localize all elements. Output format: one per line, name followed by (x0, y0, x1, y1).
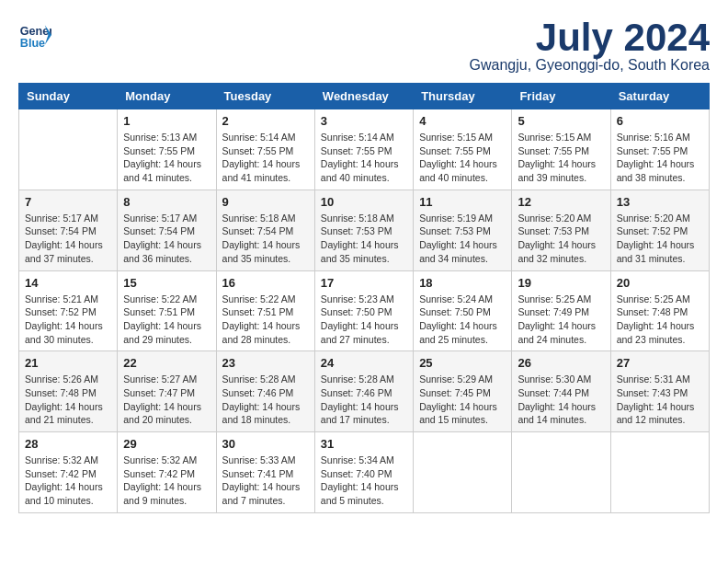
calendar-cell: 27Sunrise: 5:31 AM Sunset: 7:43 PM Dayli… (610, 351, 709, 432)
day-info: Sunrise: 5:21 AM Sunset: 7:52 PM Dayligh… (25, 293, 111, 347)
day-info: Sunrise: 5:27 AM Sunset: 7:47 PM Dayligh… (123, 373, 210, 427)
calendar-cell: 23Sunrise: 5:28 AM Sunset: 7:46 PM Dayli… (216, 351, 314, 432)
day-number: 11 (419, 195, 506, 209)
day-number: 9 (222, 195, 309, 209)
header-cell-wednesday: Wednesday (314, 84, 413, 109)
header-row: SundayMondayTuesdayWednesdayThursdayFrid… (19, 84, 710, 109)
day-number: 28 (25, 437, 111, 451)
day-info: Sunrise: 5:29 AM Sunset: 7:45 PM Dayligh… (419, 373, 506, 427)
day-info: Sunrise: 5:25 AM Sunset: 7:48 PM Dayligh… (617, 293, 703, 347)
calendar-cell: 28Sunrise: 5:32 AM Sunset: 7:42 PM Dayli… (19, 432, 118, 513)
calendar-cell (610, 432, 709, 513)
calendar-cell: 4Sunrise: 5:15 AM Sunset: 7:55 PM Daylig… (414, 109, 512, 190)
day-info: Sunrise: 5:14 AM Sunset: 7:55 PM Dayligh… (321, 131, 407, 185)
calendar-cell: 30Sunrise: 5:33 AM Sunset: 7:41 PM Dayli… (216, 432, 314, 513)
day-number: 12 (518, 195, 604, 209)
day-number: 8 (123, 195, 210, 209)
day-info: Sunrise: 5:15 AM Sunset: 7:55 PM Dayligh… (518, 131, 604, 185)
logo: General Blue (18, 18, 51, 52)
day-info: Sunrise: 5:28 AM Sunset: 7:46 PM Dayligh… (222, 373, 309, 427)
header-cell-tuesday: Tuesday (216, 84, 314, 109)
calendar-cell: 24Sunrise: 5:28 AM Sunset: 7:46 PM Dayli… (314, 351, 413, 432)
calendar-cell: 19Sunrise: 5:25 AM Sunset: 7:49 PM Dayli… (512, 270, 610, 351)
calendar-cell: 3Sunrise: 5:14 AM Sunset: 7:55 PM Daylig… (314, 109, 413, 190)
calendar-cell: 17Sunrise: 5:23 AM Sunset: 7:50 PM Dayli… (314, 270, 413, 351)
day-number: 13 (617, 195, 703, 209)
day-info: Sunrise: 5:24 AM Sunset: 7:50 PM Dayligh… (419, 293, 506, 347)
day-number: 27 (617, 356, 703, 370)
calendar-cell: 29Sunrise: 5:32 AM Sunset: 7:42 PM Dayli… (118, 432, 216, 513)
day-number: 6 (617, 114, 703, 128)
week-row-1: 1Sunrise: 5:13 AM Sunset: 7:55 PM Daylig… (19, 109, 710, 190)
day-info: Sunrise: 5:20 AM Sunset: 7:52 PM Dayligh… (617, 212, 703, 266)
day-number: 2 (222, 114, 309, 128)
day-info: Sunrise: 5:26 AM Sunset: 7:48 PM Dayligh… (25, 373, 111, 427)
day-number: 26 (518, 356, 604, 370)
header-cell-friday: Friday (512, 84, 610, 109)
day-number: 14 (25, 276, 111, 290)
title-section: July 2024 Gwangju, Gyeonggi-do, South Ko… (470, 18, 711, 74)
calendar-table: SundayMondayTuesdayWednesdayThursdayFrid… (18, 83, 710, 513)
calendar-cell: 20Sunrise: 5:25 AM Sunset: 7:48 PM Dayli… (610, 270, 709, 351)
day-info: Sunrise: 5:28 AM Sunset: 7:46 PM Dayligh… (321, 373, 407, 427)
header-cell-thursday: Thursday (414, 84, 512, 109)
calendar-cell: 22Sunrise: 5:27 AM Sunset: 7:47 PM Dayli… (118, 351, 216, 432)
header-cell-sunday: Sunday (19, 84, 118, 109)
day-info: Sunrise: 5:32 AM Sunset: 7:42 PM Dayligh… (25, 454, 111, 508)
day-info: Sunrise: 5:16 AM Sunset: 7:55 PM Dayligh… (617, 131, 703, 185)
day-number: 24 (321, 356, 407, 370)
svg-text:Blue: Blue (20, 37, 45, 50)
day-info: Sunrise: 5:18 AM Sunset: 7:54 PM Dayligh… (222, 212, 309, 266)
day-info: Sunrise: 5:25 AM Sunset: 7:49 PM Dayligh… (518, 293, 604, 347)
header-cell-saturday: Saturday (610, 84, 709, 109)
page-header: General Blue July 2024 Gwangju, Gyeonggi… (18, 18, 710, 74)
day-number: 7 (25, 195, 111, 209)
calendar-cell: 25Sunrise: 5:29 AM Sunset: 7:45 PM Dayli… (414, 351, 512, 432)
day-number: 25 (419, 356, 506, 370)
day-info: Sunrise: 5:13 AM Sunset: 7:55 PM Dayligh… (123, 131, 210, 185)
day-number: 30 (222, 437, 309, 451)
day-number: 3 (321, 114, 407, 128)
day-number: 10 (321, 195, 407, 209)
calendar-cell: 26Sunrise: 5:30 AM Sunset: 7:44 PM Dayli… (512, 351, 610, 432)
location-title: Gwangju, Gyeonggi-do, South Korea (470, 57, 711, 74)
day-number: 29 (123, 437, 210, 451)
day-number: 20 (617, 276, 703, 290)
calendar-cell: 2Sunrise: 5:14 AM Sunset: 7:55 PM Daylig… (216, 109, 314, 190)
calendar-cell: 5Sunrise: 5:15 AM Sunset: 7:55 PM Daylig… (512, 109, 610, 190)
day-info: Sunrise: 5:20 AM Sunset: 7:53 PM Dayligh… (518, 212, 604, 266)
calendar-cell: 14Sunrise: 5:21 AM Sunset: 7:52 PM Dayli… (19, 270, 118, 351)
calendar-cell (512, 432, 610, 513)
day-number: 15 (123, 276, 210, 290)
day-info: Sunrise: 5:34 AM Sunset: 7:40 PM Dayligh… (321, 454, 407, 508)
day-number: 5 (518, 114, 604, 128)
day-number: 16 (222, 276, 309, 290)
day-info: Sunrise: 5:30 AM Sunset: 7:44 PM Dayligh… (518, 373, 604, 427)
logo-icon: General Blue (18, 18, 51, 52)
calendar-cell: 12Sunrise: 5:20 AM Sunset: 7:53 PM Dayli… (512, 190, 610, 270)
day-number: 4 (419, 114, 506, 128)
day-number: 31 (321, 437, 407, 451)
day-info: Sunrise: 5:33 AM Sunset: 7:41 PM Dayligh… (222, 454, 309, 508)
calendar-cell: 16Sunrise: 5:22 AM Sunset: 7:51 PM Dayli… (216, 270, 314, 351)
calendar-cell: 7Sunrise: 5:17 AM Sunset: 7:54 PM Daylig… (19, 190, 118, 270)
day-info: Sunrise: 5:18 AM Sunset: 7:53 PM Dayligh… (321, 212, 407, 266)
calendar-cell (19, 109, 118, 190)
week-row-3: 14Sunrise: 5:21 AM Sunset: 7:52 PM Dayli… (19, 270, 710, 351)
day-info: Sunrise: 5:22 AM Sunset: 7:51 PM Dayligh… (123, 293, 210, 347)
week-row-2: 7Sunrise: 5:17 AM Sunset: 7:54 PM Daylig… (19, 190, 710, 270)
day-number: 1 (123, 114, 210, 128)
day-info: Sunrise: 5:15 AM Sunset: 7:55 PM Dayligh… (419, 131, 506, 185)
day-info: Sunrise: 5:32 AM Sunset: 7:42 PM Dayligh… (123, 454, 210, 508)
day-info: Sunrise: 5:17 AM Sunset: 7:54 PM Dayligh… (25, 212, 111, 266)
day-info: Sunrise: 5:22 AM Sunset: 7:51 PM Dayligh… (222, 293, 309, 347)
calendar-cell (414, 432, 512, 513)
calendar-cell: 18Sunrise: 5:24 AM Sunset: 7:50 PM Dayli… (414, 270, 512, 351)
calendar-cell: 15Sunrise: 5:22 AM Sunset: 7:51 PM Dayli… (118, 270, 216, 351)
day-number: 17 (321, 276, 407, 290)
month-title: July 2024 (470, 18, 711, 57)
day-info: Sunrise: 5:31 AM Sunset: 7:43 PM Dayligh… (617, 373, 703, 427)
header-cell-monday: Monday (118, 84, 216, 109)
day-info: Sunrise: 5:17 AM Sunset: 7:54 PM Dayligh… (123, 212, 210, 266)
day-number: 23 (222, 356, 309, 370)
